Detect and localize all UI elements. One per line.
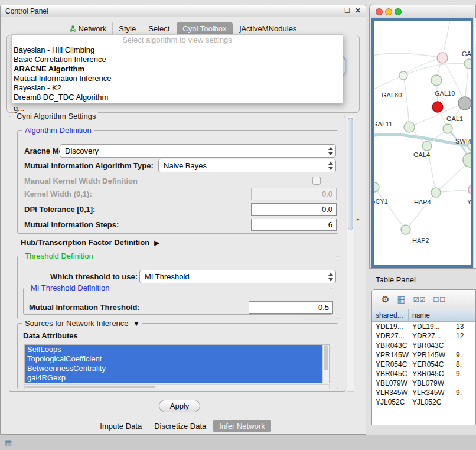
- which-threshold-combo[interactable]: MI Threshold: [139, 270, 336, 283]
- network-node[interactable]: [464, 59, 471, 69]
- panel-splitter-arrow-icon[interactable]: ▸: [357, 216, 360, 222]
- scrollbar-thumb[interactable]: [474, 27, 476, 44]
- close-traffic-light-icon[interactable]: [376, 8, 383, 15]
- grid-icon[interactable]: ▦: [5, 438, 12, 447]
- tab-cyni-toolbox[interactable]: Cyni Toolbox: [177, 22, 232, 35]
- attribute-list-item[interactable]: TopologicalCoefficient: [25, 354, 322, 364]
- sources-group-title[interactable]: Sources for Network Inference▼: [22, 319, 142, 328]
- network-edge[interactable]: [374, 53, 442, 58]
- table-row[interactable]: YBL079WYBL079W: [372, 379, 475, 388]
- kernel-width-label: Kernel Width (0,1):: [24, 187, 92, 201]
- table-column-header[interactable]: name: [409, 309, 452, 321]
- kernel-width-field: 0.0: [251, 188, 337, 200]
- apply-button[interactable]: Apply: [159, 400, 200, 412]
- attribute-list-item[interactable]: BetweennessCentrality: [25, 364, 322, 373]
- table-cell: YBR045C: [372, 370, 409, 378]
- columns-icon[interactable]: ▦: [397, 294, 405, 305]
- network-canvas[interactable]: GAL7GAL80GAL10GAL11GAL1SWI4GAL4GCY1HAP4Y…: [374, 21, 471, 265]
- table-row[interactable]: YBR043CYBR043C: [372, 341, 475, 350]
- aracne-mode-combo[interactable]: Discovery: [60, 144, 336, 158]
- table-row[interactable]: YBR045CYBR045C9.: [372, 369, 475, 379]
- gear-icon[interactable]: ⚙: [382, 294, 389, 305]
- network-edge[interactable]: [436, 190, 471, 193]
- tab-network[interactable]: Network: [64, 22, 113, 35]
- minimize-traffic-light-icon[interactable]: [385, 8, 392, 15]
- scrollbar-thumb[interactable]: [324, 345, 328, 370]
- zoom-traffic-light-icon[interactable]: [395, 8, 402, 15]
- algorithm-option[interactable]: Bayesian - K2: [12, 83, 343, 93]
- algorithm-option[interactable]: Dream8 DC_TDC Algorithm: [12, 93, 343, 102]
- tab-select[interactable]: Select: [142, 22, 175, 35]
- table-row[interactable]: YPR145WYPR145W9.: [372, 350, 475, 360]
- table-cell: YDL19...: [409, 322, 452, 331]
- network-edge[interactable]: [403, 76, 409, 127]
- table-cell: 9.: [452, 370, 475, 378]
- tab-style[interactable]: Style: [112, 22, 142, 35]
- table-row[interactable]: YDR27...YDR27...12: [372, 331, 475, 341]
- control-panel-titlebar[interactable]: Control Panel ❑ ✕: [1, 5, 366, 17]
- network-node[interactable]: [431, 75, 442, 86]
- network-edge[interactable]: [374, 187, 406, 230]
- attribute-list-vscrollbar[interactable]: [322, 345, 329, 383]
- algorithm-option[interactable]: Bayesian - Hill Climbing: [12, 45, 343, 55]
- network-node[interactable]: [463, 153, 471, 167]
- obscured-partial-label: g...: [14, 104, 24, 113]
- attribute-list[interactable]: SelfLoopsTopologicalCoefficientBetweenne…: [24, 344, 330, 383]
- algorithm-popup-list: Bayesian - Hill ClimbingBasic Correlatio…: [12, 45, 343, 102]
- table-row[interactable]: YER054CYER054C8.: [372, 360, 475, 369]
- dpi-tolerance-field[interactable]: 0.0: [251, 203, 337, 216]
- table-column-header[interactable]: shared...: [372, 309, 409, 321]
- unchecked-icon: ☐: [433, 296, 439, 304]
- network-node[interactable]: [374, 182, 379, 192]
- bottom-strip: ▦: [0, 435, 476, 450]
- which-threshold-label: Which threshold to use:: [50, 270, 138, 283]
- network-node[interactable]: [399, 71, 407, 80]
- table-cell: YPR145W: [372, 351, 409, 359]
- data-attributes-label: Data Attributes: [23, 331, 78, 340]
- mi-type-combo[interactable]: Naive Bayes: [158, 159, 336, 172]
- aracne-mode-value: Discovery: [65, 146, 99, 155]
- table-row[interactable]: YLR345WYLR345W9.: [372, 388, 475, 397]
- network-node[interactable]: [422, 141, 432, 151]
- algorithm-option[interactable]: ARACNE Algorithm: [12, 64, 343, 74]
- algorithm-option[interactable]: Basic Correlation Inference: [12, 55, 343, 64]
- table-cell: YER054C: [409, 360, 452, 369]
- attribute-list-item[interactable]: gal4RGexp: [25, 373, 322, 383]
- network-vscrollbar[interactable]: [473, 18, 476, 268]
- table-row[interactable]: YDL19...YDL19...13: [372, 322, 475, 331]
- control-panel-scrollbar[interactable]: [347, 116, 354, 392]
- mi-steps-label: Mutual Information Steps:: [24, 218, 119, 231]
- algorithm-option[interactable]: Mutual Information Inference: [12, 74, 343, 83]
- hub-definition-toggle[interactable]: Hub/Transcription Factor Definition▶: [21, 238, 159, 247]
- network-edge[interactable]: [403, 63, 469, 76]
- network-node[interactable]: [432, 102, 443, 112]
- network-edge[interactable]: [374, 76, 403, 92]
- mi-threshold-field[interactable]: 0.5: [249, 301, 333, 314]
- attribute-list-hscrollbar[interactable]: [24, 384, 330, 389]
- network-node[interactable]: [431, 188, 441, 197]
- bottom-tab-infer-network[interactable]: Infer Network: [213, 420, 270, 432]
- float-window-icon[interactable]: ❑: [344, 6, 350, 14]
- bottom-tab-impute-data[interactable]: Impute Data: [94, 420, 148, 432]
- network-node[interactable]: [437, 53, 448, 63]
- scrollbar-thumb[interactable]: [25, 386, 155, 388]
- network-node[interactable]: [404, 122, 415, 132]
- network-node-label: GAL11: [374, 120, 392, 128]
- close-window-icon[interactable]: ✕: [355, 6, 361, 15]
- network-node[interactable]: [458, 97, 471, 110]
- attribute-list-item[interactable]: SelfLoops: [25, 345, 322, 354]
- manual-kernel-checkbox[interactable]: [312, 177, 321, 185]
- deselect-all-icon[interactable]: ☐☐: [433, 296, 445, 304]
- network-node[interactable]: [468, 184, 471, 195]
- bottom-tab-discretize-data[interactable]: Discretize Data: [148, 420, 212, 432]
- select-all-icon[interactable]: ☑☑: [413, 296, 426, 304]
- network-node[interactable]: [401, 225, 410, 234]
- network-view-frame: GAL7GAL80GAL10GAL11GAL1SWI4GAL4GCY1HAP4Y…: [371, 18, 473, 268]
- network-window-titlebar[interactable]: [370, 5, 475, 18]
- tab-jactivemnodules[interactable]: jActiveMNodules: [234, 22, 303, 35]
- network-node[interactable]: [443, 124, 452, 133]
- table-row[interactable]: YJL052CYJL052C: [372, 397, 475, 407]
- mi-steps-field[interactable]: 6: [251, 219, 337, 231]
- scrollbar-thumb[interactable]: [348, 118, 353, 230]
- table-column-header[interactable]: [452, 309, 475, 321]
